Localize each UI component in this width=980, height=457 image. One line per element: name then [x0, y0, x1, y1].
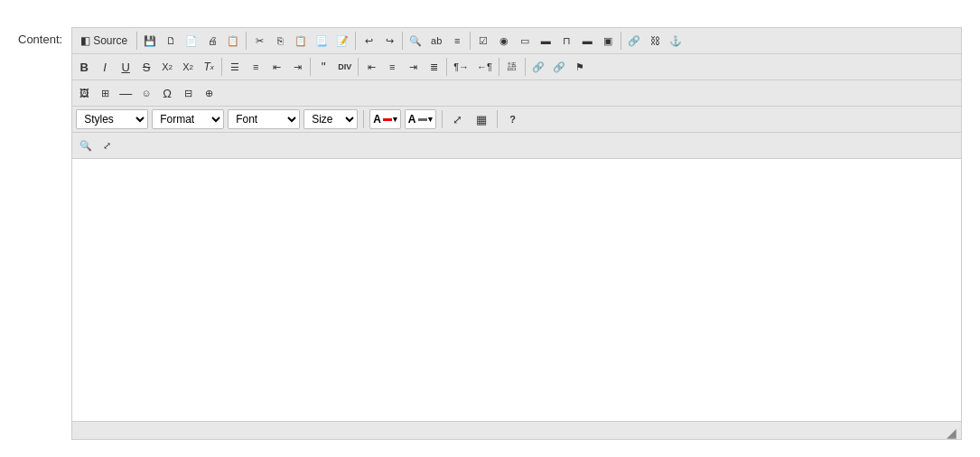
form-radio-button[interactable]: ◉ — [494, 31, 514, 51]
content-label: Content: — [18, 27, 62, 46]
sep11 — [499, 58, 499, 76]
bg-color-button[interactable]: A ▾ — [405, 109, 436, 129]
align-center-button[interactable]: ≡ — [382, 57, 402, 77]
sep-dropdown2 — [442, 110, 443, 128]
italic-button[interactable]: I — [95, 57, 115, 77]
rtl-button[interactable]: ←¶ — [473, 57, 496, 77]
editor-container: ◧ Source 💾 🗋 📄 🖨 📋 ✂ ⎘ 📋 📃 📝 ↩ ↪ 🔍 ab ≡ … — [71, 27, 962, 440]
print-button[interactable]: 🖨 — [202, 31, 222, 51]
sep7 — [221, 58, 222, 76]
templates-button[interactable]: 📄 — [182, 31, 201, 51]
sep-dropdown3 — [497, 110, 498, 128]
remove-format-button[interactable]: Tx — [199, 57, 219, 77]
format-dropdown[interactable]: Format Paragraph Heading 1 Heading 2 Hea… — [152, 109, 224, 129]
source-label: Source — [93, 34, 127, 47]
cut-button[interactable]: ✂ — [249, 31, 269, 51]
form-imagebutton-button[interactable]: ▣ — [598, 31, 618, 51]
bottom-bar: ◢ — [72, 421, 961, 439]
form-button-button[interactable]: ▬ — [577, 31, 597, 51]
paste-button[interactable]: 📋 — [291, 31, 311, 51]
font-color-button[interactable]: A ▾ — [369, 109, 401, 129]
unlink2-button[interactable]: 🔗 — [549, 57, 569, 77]
form-checkbox-button[interactable]: ☑ — [473, 31, 493, 51]
size-dropdown[interactable]: Size 8 9 10 11 12 14 18 24 36 — [303, 109, 358, 129]
flag-button[interactable]: ⚑ — [570, 57, 590, 77]
save-button[interactable]: 💾 — [140, 31, 160, 51]
sep6 — [621, 32, 621, 50]
toolbar-row-4: Styles Format Paragraph Heading 1 Headin… — [72, 107, 961, 133]
ordered-list-button[interactable]: ☰ — [225, 57, 245, 77]
find-button[interactable]: 🔍 — [406, 31, 425, 51]
link2-button[interactable]: 🔗 — [528, 57, 548, 77]
sep-dropdown1 — [363, 110, 364, 128]
sep1 — [136, 32, 137, 50]
ltr-button[interactable]: ¶→ — [450, 57, 472, 77]
indent-button[interactable]: ⇥ — [287, 57, 307, 77]
redo-button[interactable]: ↪ — [379, 31, 399, 51]
sep9 — [358, 58, 359, 76]
form-textfield-button[interactable]: ▭ — [515, 31, 535, 51]
hr-button[interactable]: — — [116, 83, 135, 103]
form-textarea-button[interactable]: ▬ — [536, 31, 555, 51]
preview-button[interactable]: 🔍 — [76, 135, 96, 155]
editor-area — [72, 159, 961, 421]
source-button[interactable]: ◧ Source — [74, 32, 134, 50]
source-icon: ◧ — [80, 34, 90, 47]
select-all-button[interactable]: ≡ — [447, 31, 467, 51]
anchor-button[interactable]: ⚓ — [666, 31, 686, 51]
strikethrough-button[interactable]: S — [136, 57, 156, 77]
align-justify-button[interactable]: ≣ — [424, 57, 443, 77]
toolbar-row-2: B I U S X2 X2 Tx ☰ ≡ ⇤ ⇥ " DIV ⇤ ≡ ⇥ ≣ ¶… — [72, 54, 961, 80]
copy-button[interactable]: ⎘ — [270, 31, 290, 51]
sep12 — [525, 58, 526, 76]
iframe-button[interactable]: ⊕ — [199, 83, 219, 103]
sep8 — [310, 58, 311, 76]
toolbar-row-3: 🖼 ⊞ — ☺ Ω ⊟ ⊕ — [72, 80, 961, 107]
toolbar-row-1: ◧ Source 💾 🗋 📄 🖨 📋 ✂ ⎘ 📋 📃 📝 ↩ ↪ 🔍 ab ≡ … — [72, 28, 961, 54]
sep2 — [246, 32, 247, 50]
superscript-button[interactable]: X2 — [178, 57, 198, 77]
sep10 — [446, 58, 447, 76]
link-button[interactable]: 🔗 — [624, 31, 644, 51]
table-button[interactable]: ⊞ — [95, 83, 115, 103]
toolbar-row-5: 🔍 ⤢ — [72, 133, 961, 159]
outdent-button[interactable]: ⇤ — [266, 57, 286, 77]
bg-color-arrow: ▾ — [428, 115, 433, 124]
resize-handle[interactable]: ◢ — [947, 426, 959, 439]
language-button[interactable]: 語 — [502, 57, 522, 77]
font-dropdown[interactable]: Font Arial Times New Roman Courier New — [228, 109, 300, 129]
about-button[interactable]: ? — [503, 109, 523, 129]
font-color-arrow: ▾ — [393, 115, 397, 124]
form-select-button[interactable]: ⊓ — [556, 31, 576, 51]
align-left-button[interactable]: ⇤ — [361, 57, 381, 77]
sep3 — [355, 32, 356, 50]
bold-button[interactable]: B — [74, 57, 94, 77]
sep4 — [402, 32, 403, 50]
image-button[interactable]: 🖼 — [74, 83, 94, 103]
editor-content[interactable] — [72, 159, 961, 421]
blockquote-button[interactable]: " — [313, 57, 333, 77]
subscript-button[interactable]: X2 — [157, 57, 177, 77]
smiley-button[interactable]: ☺ — [136, 83, 156, 103]
paste-word-button[interactable]: 📝 — [332, 31, 352, 51]
preview-doc-button[interactable]: 📋 — [223, 31, 243, 51]
new-doc-button[interactable]: 🗋 — [161, 31, 181, 51]
unordered-list-button[interactable]: ≡ — [246, 57, 266, 77]
underline-button[interactable]: U — [116, 57, 135, 77]
maximize2-button[interactable]: ⤢ — [97, 135, 117, 155]
align-right-button[interactable]: ⇥ — [403, 57, 423, 77]
maximize-button[interactable]: ⤢ — [448, 109, 468, 129]
replace-button[interactable]: ab — [426, 31, 446, 51]
page-break-button[interactable]: ⊟ — [178, 83, 198, 103]
div-button[interactable]: DIV — [334, 57, 355, 77]
unlink-button[interactable]: ⛓ — [645, 31, 665, 51]
special-char-button[interactable]: Ω — [157, 83, 177, 103]
paste-text-button[interactable]: 📃 — [312, 31, 331, 51]
show-blocks-button[interactable]: ▦ — [471, 109, 491, 129]
styles-dropdown[interactable]: Styles — [76, 109, 148, 129]
undo-button[interactable]: ↩ — [359, 31, 378, 51]
sep5 — [470, 32, 471, 50]
